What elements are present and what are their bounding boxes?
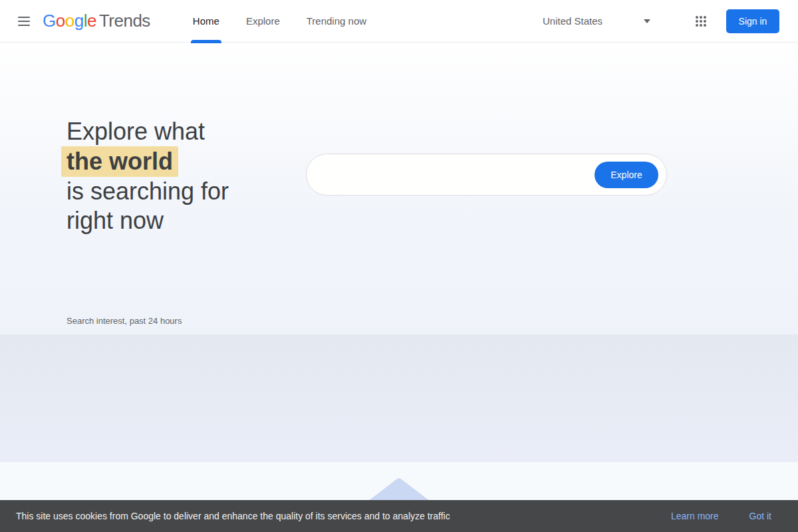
hero-section: Explore what the world is searching for … <box>0 43 798 334</box>
region-selector[interactable]: United States <box>543 10 650 32</box>
main-nav: Home Explore Trending now <box>180 0 380 43</box>
headline-line2: is searching for <box>66 178 229 205</box>
google-apps-grid-icon[interactable] <box>688 8 714 35</box>
google-logo-letters: Google <box>43 11 96 31</box>
headline-line1: Explore what <box>66 118 205 145</box>
explore-button[interactable]: Explore <box>595 162 658 188</box>
hero-headline: Explore what the world is searching for … <box>66 117 229 235</box>
active-tab-underline <box>191 40 221 43</box>
app-header: GoogleTrends Home Explore Trending now U… <box>0 0 798 43</box>
cookie-consent-banner: This site uses cookies from Google to de… <box>0 500 798 532</box>
headline-line3: right now <box>66 207 164 234</box>
learn-more-link[interactable]: Learn more <box>671 511 719 521</box>
google-trends-page: GoogleTrends Home Explore Trending now U… <box>0 0 798 532</box>
headline-highlighted-text: the world <box>61 146 178 177</box>
search-interest-caption: Search interest, past 24 hours <box>66 316 182 326</box>
google-trends-logo[interactable]: GoogleTrends <box>43 11 150 31</box>
sign-in-button[interactable]: Sign in <box>726 9 779 33</box>
search-input[interactable] <box>325 154 595 195</box>
search-box[interactable]: Explore <box>306 154 667 196</box>
tab-trending-now[interactable]: Trending now <box>293 0 380 43</box>
hamburger-menu-icon[interactable] <box>11 8 37 35</box>
tab-home[interactable]: Home <box>180 0 233 43</box>
region-selector-value: United States <box>543 15 602 27</box>
got-it-button[interactable]: Got it <box>749 511 771 521</box>
tab-explore[interactable]: Explore <box>233 0 293 43</box>
header-right-group: United States Sign in <box>543 8 798 35</box>
chevron-down-icon <box>644 19 650 23</box>
logo-product-name: Trends <box>99 11 150 31</box>
cookie-message: This site uses cookies from Google to de… <box>16 511 671 521</box>
search-interest-chart-area <box>0 334 798 462</box>
